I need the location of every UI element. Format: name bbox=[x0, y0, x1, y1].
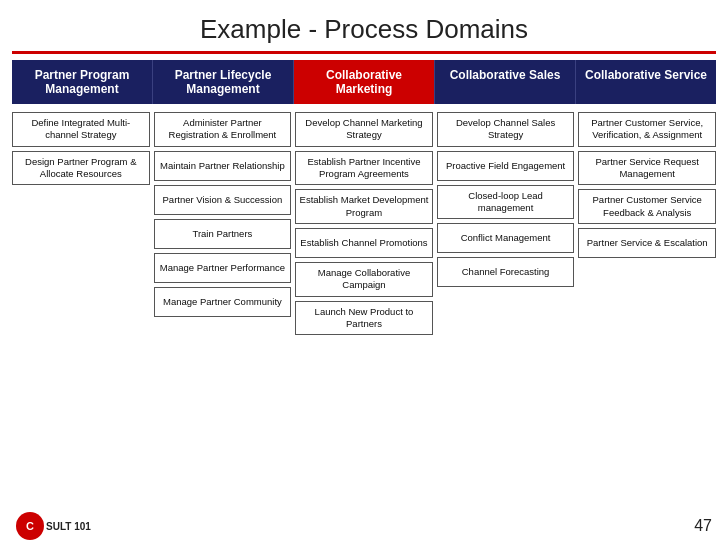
cell-1-0: Administer Partner Registration & Enroll… bbox=[154, 112, 292, 147]
cell-3-0: Develop Channel Sales Strategy bbox=[437, 112, 575, 147]
cell-4-5 bbox=[578, 296, 716, 326]
page-title: Example - Process Domains bbox=[0, 0, 728, 51]
cell-4-2: Partner Customer Service Feedback & Anal… bbox=[578, 189, 716, 224]
cell-2-4: Manage Collaborative Campaign bbox=[295, 262, 433, 297]
content-area: Define Integrated Multi-channel Strategy… bbox=[12, 112, 716, 355]
cell-2-1: Establish Partner Incentive Program Agre… bbox=[295, 151, 433, 186]
cell-0-5 bbox=[12, 291, 150, 321]
cell-0-4 bbox=[12, 257, 150, 287]
cell-3-4: Channel Forecasting bbox=[437, 257, 575, 287]
logo: C SULT 101 bbox=[16, 512, 91, 540]
column-2: Develop Channel Marketing StrategyEstabl… bbox=[295, 112, 433, 335]
cell-1-5: Manage Partner Community bbox=[154, 287, 292, 317]
footer: C SULT 101 47 bbox=[0, 512, 728, 540]
cell-3-2: Closed-loop Lead management bbox=[437, 185, 575, 220]
cell-4-1: Partner Service Request Management bbox=[578, 151, 716, 186]
red-divider bbox=[12, 51, 716, 54]
page-number: 47 bbox=[694, 517, 712, 535]
cell-0-0: Define Integrated Multi-channel Strategy bbox=[12, 112, 150, 147]
cell-1-3: Train Partners bbox=[154, 219, 292, 249]
header-cell-2: Collaborative Marketing bbox=[294, 60, 435, 104]
cell-2-3: Establish Channel Promotions bbox=[295, 228, 433, 258]
cell-1-1: Maintain Partner Relationship bbox=[154, 151, 292, 181]
column-3: Develop Channel Sales StrategyProactive … bbox=[437, 112, 575, 321]
column-4: Partner Customer Service, Verification, … bbox=[578, 112, 716, 326]
cell-3-3: Conflict Management bbox=[437, 223, 575, 253]
column-1: Administer Partner Registration & Enroll… bbox=[154, 112, 292, 317]
cell-4-3: Partner Service & Escalation bbox=[578, 228, 716, 258]
logo-circle: C bbox=[16, 512, 44, 540]
cell-2-5: Launch New Product to Partners bbox=[295, 301, 433, 336]
logo-text: SULT 101 bbox=[46, 521, 91, 532]
cell-0-1: Design Partner Program & Allocate Resour… bbox=[12, 151, 150, 186]
header-cell-0: Partner Program Management bbox=[12, 60, 153, 104]
cell-1-4: Manage Partner Performance bbox=[154, 253, 292, 283]
cell-0-6 bbox=[12, 325, 150, 355]
cell-4-0: Partner Customer Service, Verification, … bbox=[578, 112, 716, 147]
cell-3-1: Proactive Field Engagement bbox=[437, 151, 575, 181]
header-cell-1: Partner Lifecycle Management bbox=[153, 60, 294, 104]
cell-4-4 bbox=[578, 262, 716, 292]
header-cell-4: Collaborative Service bbox=[576, 60, 716, 104]
header-cell-3: Collaborative Sales bbox=[435, 60, 576, 104]
cell-3-5 bbox=[437, 291, 575, 321]
cell-2-2: Establish Market Development Program bbox=[295, 189, 433, 224]
header-row: Partner Program ManagementPartner Lifecy… bbox=[12, 60, 716, 104]
cell-0-2 bbox=[12, 189, 150, 219]
cell-2-0: Develop Channel Marketing Strategy bbox=[295, 112, 433, 147]
column-0: Define Integrated Multi-channel Strategy… bbox=[12, 112, 150, 355]
cell-1-2: Partner Vision & Succession bbox=[154, 185, 292, 215]
cell-0-3 bbox=[12, 223, 150, 253]
